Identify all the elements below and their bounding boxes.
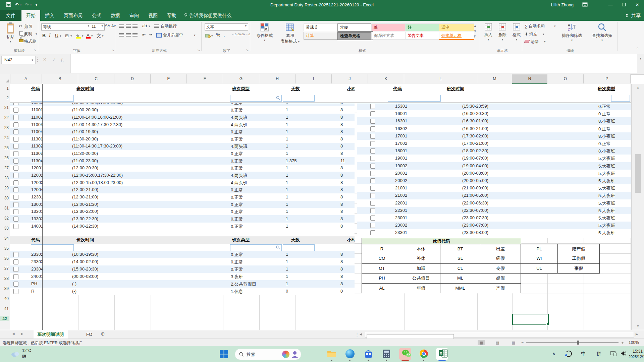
column-header-J[interactable]: J — [332, 74, 368, 83]
paste-dropdown-icon[interactable]: ▾ — [3, 40, 17, 43]
column-header-M[interactable]: M — [477, 74, 512, 83]
row-checkbox[interactable] — [13, 187, 18, 192]
row-header-21[interactable]: 21 — [0, 105, 9, 110]
row-header-34[interactable]: 34 — [0, 236, 9, 241]
row-checkbox[interactable] — [13, 202, 18, 207]
filter-code-input-2[interactable] — [31, 244, 74, 251]
row-header-32[interactable]: 32 — [0, 216, 9, 221]
row-checkbox[interactable] — [370, 223, 375, 228]
taskbar-search-box[interactable]: 搜索 — [235, 349, 301, 360]
row-checkbox[interactable] — [370, 111, 375, 116]
confirm-entry-icon[interactable]: ✓ — [52, 57, 56, 62]
row-checkbox[interactable] — [370, 178, 375, 183]
weather-icon[interactable] — [10, 349, 20, 359]
account-name[interactable]: Lilith Zhong — [551, 2, 574, 7]
formula-bar-expand-icon[interactable]: ▾ — [640, 57, 641, 60]
row-checkbox[interactable] — [13, 137, 18, 142]
row-checkbox[interactable] — [13, 217, 18, 222]
scroll-up-icon[interactable]: ▲ — [635, 84, 641, 90]
row-header-26[interactable]: 26 — [0, 156, 9, 160]
row-header-42[interactable]: 42 — [0, 316, 9, 321]
column-header-O[interactable]: O — [547, 74, 584, 83]
row-header-1[interactable]: 1 — [0, 86, 9, 91]
filter-type-input-2[interactable] — [230, 244, 282, 251]
row-header-35[interactable]: 35 — [0, 246, 9, 251]
font-family-dropdown-icon[interactable]: ▾ — [88, 24, 89, 27]
tray-chevron-icon[interactable]: ∧ — [552, 351, 555, 356]
accounting-format-icon[interactable] — [205, 33, 211, 37]
vertical-scroll-thumb[interactable] — [635, 154, 641, 193]
halign-center-icon[interactable] — [126, 33, 131, 37]
normal-view-icon[interactable]: ▦ — [478, 340, 485, 345]
row-checkbox[interactable] — [13, 259, 18, 264]
cell-style-警告文本[interactable]: 警告文本 — [405, 32, 440, 40]
valign-bottom-icon[interactable] — [132, 24, 138, 28]
column-header-C[interactable]: C — [78, 74, 114, 83]
row-header-38[interactable]: 38 — [0, 276, 9, 281]
insert-function-icon[interactable]: fx — [61, 57, 64, 63]
zoom-slider[interactable] — [526, 342, 619, 343]
dropdown-icon[interactable]: ▾ — [60, 34, 61, 38]
collapse-ribbon-icon[interactable]: ⌃ — [636, 47, 639, 51]
format-cells-dropdown-icon[interactable]: ▾ — [510, 38, 523, 41]
dropdown-icon[interactable]: ▾ — [70, 34, 72, 38]
row-checkbox[interactable] — [13, 180, 18, 185]
row-header-29[interactable]: 29 — [0, 186, 9, 190]
row-checkbox[interactable] — [13, 195, 18, 200]
column-header-B[interactable]: B — [42, 74, 78, 83]
excel-icon[interactable]: X — [438, 349, 448, 358]
add-sheet-icon[interactable]: ⊕ — [101, 331, 105, 337]
paste-button[interactable]: 粘贴▾ — [3, 23, 17, 47]
decrease-decimal-icon[interactable]: .00 →.0 — [241, 33, 250, 36]
number-format-select[interactable]: 文本▾ — [205, 23, 248, 31]
autosum-button[interactable]: ∑ 自动求和 — [525, 23, 545, 29]
dropdown-icon[interactable]: ▾ — [91, 34, 93, 38]
orientation-icon[interactable]: ab̸ — [142, 23, 147, 28]
tray-device-icon[interactable] — [610, 351, 616, 358]
row-checkbox[interactable] — [370, 216, 375, 221]
row-checkbox[interactable] — [370, 156, 375, 161]
weather-condition[interactable]: 阴 — [22, 354, 26, 359]
selection-fill-handle[interactable] — [546, 323, 549, 325]
dialog-launcher-clipboard-icon[interactable]: ↘ — [34, 48, 36, 52]
row-checkbox[interactable] — [370, 126, 375, 131]
row-header-36[interactable]: 36 — [0, 256, 9, 261]
select-all-corner[interactable] — [0, 74, 10, 83]
column-header-N[interactable]: N — [512, 74, 547, 84]
row-checkbox[interactable] — [13, 289, 18, 294]
insert-cells-button[interactable]: 插入▾ — [482, 23, 495, 41]
sheet-nav-right-icon[interactable]: ▶ — [21, 332, 23, 336]
name-box[interactable]: N42 ▾ — [1, 56, 36, 64]
row-header-2[interactable]: 2 — [0, 96, 9, 100]
tab-公式[interactable]: 公式 — [87, 10, 106, 21]
row-header-41[interactable]: 41 — [0, 306, 9, 311]
column-header-F[interactable]: F — [187, 74, 223, 83]
row-checkbox[interactable] — [13, 224, 18, 229]
formula-input[interactable] — [70, 54, 637, 73]
search-person-icon[interactable] — [291, 351, 298, 359]
calculator-icon[interactable] — [382, 349, 392, 359]
cell-style-链接单元格[interactable]: 链接单元格 — [439, 32, 474, 40]
microsoft-store-icon[interactable] — [364, 349, 373, 359]
cell-style-适中[interactable]: 适中 — [439, 23, 474, 31]
dropdown-icon[interactable]: ▾ — [149, 24, 150, 28]
row-checkbox[interactable] — [370, 104, 375, 109]
column-header-D[interactable]: D — [114, 74, 151, 83]
dropdown-icon[interactable]: ▾ — [194, 34, 196, 37]
dropdown-icon[interactable]: ▾ — [102, 34, 104, 38]
row-checkbox[interactable] — [13, 108, 18, 113]
cell-style-差[interactable]: 差 — [371, 23, 407, 31]
tray-sync-icon[interactable] — [566, 351, 572, 357]
font-size-dropdown-icon[interactable]: ▾ — [101, 24, 103, 27]
column-header-E[interactable]: E — [151, 74, 187, 83]
copy-button[interactable]: 复制 — [24, 31, 32, 37]
column-header-K[interactable]: K — [368, 74, 404, 83]
fill-button[interactable]: ⬇ 填充 — [525, 32, 537, 37]
row-checkbox[interactable] — [13, 159, 18, 164]
valign-middle-icon[interactable] — [126, 24, 131, 28]
tray-ime-lang[interactable]: 中 — [581, 351, 586, 357]
tray-ime-mode[interactable]: 拼 — [596, 351, 601, 357]
increase-font-icon[interactable]: A˄ — [105, 23, 110, 28]
dropdown-icon[interactable]: ▾ — [554, 24, 556, 28]
namebox-splitter[interactable]: ⋮ — [35, 56, 40, 63]
